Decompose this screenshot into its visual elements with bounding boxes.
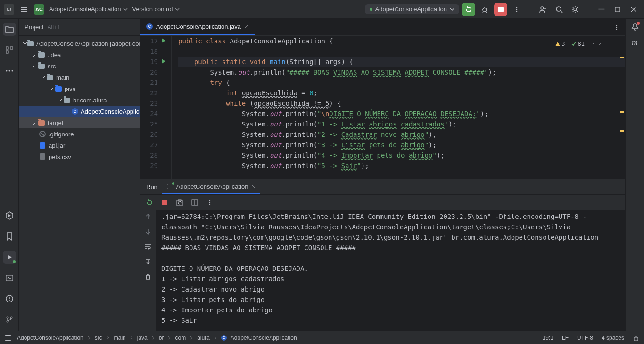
window-close-button[interactable] (627, 3, 640, 16)
breadcrumb-item[interactable]: AdopetConsoleApplication (17, 335, 83, 341)
inspection-widget[interactable]: 3 81 (553, 38, 604, 50)
line-number[interactable]: 25 (140, 119, 166, 129)
tree-file-jar[interactable]: api.jar (19, 140, 140, 151)
editor-tab-label: AdopetConsoleApplication.java (156, 23, 241, 30)
module-folder-icon (27, 41, 34, 46)
more-run-button[interactable] (206, 198, 214, 207)
code-with-me-button[interactable] (537, 3, 550, 16)
line-number[interactable]: 23 (140, 98, 166, 109)
line-number[interactable]: 22 (140, 88, 166, 98)
error-stripe[interactable] (619, 36, 625, 179)
breadcrumb-item[interactable]: src (95, 335, 102, 341)
stop-icon (498, 7, 504, 12)
snapshot-button[interactable] (175, 198, 184, 207)
editor-more-button[interactable] (612, 23, 621, 32)
close-tab-icon[interactable] (244, 24, 249, 29)
tree-folder-main[interactable]: main (19, 72, 140, 83)
svg-point-19 (7, 320, 8, 322)
maven-tool-button[interactable]: m (632, 38, 638, 48)
window-maximize-button[interactable] (611, 3, 624, 16)
rerun-button[interactable] (145, 198, 154, 207)
line-number[interactable]: 17 (140, 36, 166, 46)
file-encoding[interactable]: UTF-8 (577, 335, 593, 341)
clear-button[interactable] (144, 273, 152, 281)
line-ending[interactable]: LF (562, 335, 569, 341)
layout-icon (191, 199, 198, 206)
line-number[interactable]: 18 (140, 46, 166, 57)
tree-file-csv[interactable]: pets.csv (19, 151, 140, 162)
search-everywhere-button[interactable] (553, 3, 566, 16)
svg-point-5 (541, 7, 544, 9)
tree-folder-src[interactable]: src (19, 60, 140, 72)
breadcrumb-item[interactable]: br (159, 335, 164, 341)
line-number[interactable]: 20 (140, 67, 166, 77)
tree-class-selected[interactable]: C AdopetConsoleApplication (19, 106, 140, 117)
cursor-position[interactable]: 19:1 (543, 335, 553, 341)
scroll-to-end-button[interactable] (144, 258, 152, 266)
window-minimize-button[interactable]: ─ (595, 3, 608, 16)
run-status-dot-icon (370, 8, 372, 11)
tree-package[interactable]: br.com.alura (19, 94, 140, 106)
vcs-tool-button[interactable] (3, 313, 16, 326)
line-number[interactable]: 26 (140, 129, 166, 140)
breadcrumb-item[interactable]: java (137, 335, 148, 341)
line-number[interactable]: 19 (140, 57, 166, 67)
project-tool-button[interactable] (3, 23, 16, 36)
breadcrumb-item[interactable]: AdopetConsoleApplication (231, 335, 297, 341)
services-tool-button[interactable] (3, 209, 16, 222)
stop-button[interactable] (494, 3, 507, 16)
tree-folder-java[interactable]: java (19, 83, 140, 94)
debug-button[interactable] (478, 3, 491, 16)
run-output[interactable]: .jar=62784:C:\Program Files\JetBrains\In… (156, 210, 625, 331)
line-number[interactable]: 27 (140, 140, 166, 150)
indent-setting[interactable]: 4 spaces (602, 335, 624, 341)
soft-wrap-button[interactable] (144, 243, 152, 251)
chevron-down-icon[interactable] (597, 42, 602, 46)
tree-folder-idea[interactable]: .idea (19, 49, 140, 60)
tree-folder-target[interactable]: target (19, 117, 140, 128)
svg-rect-9 (6, 47, 8, 49)
notifications-button[interactable] (631, 23, 639, 31)
more-tools-button[interactable] (3, 64, 16, 77)
scroll-up-button[interactable] (144, 212, 152, 221)
run-button[interactable] (462, 3, 475, 16)
more-vertical-icon (207, 200, 213, 205)
line-number[interactable]: 29 (140, 160, 166, 171)
layout-button[interactable] (190, 198, 199, 207)
line-number[interactable]: 21 (140, 77, 166, 88)
project-name-dropdown[interactable]: AdopetConsoleApplication (49, 6, 128, 13)
tree-label: api.jar (49, 142, 65, 149)
more-actions-button[interactable] (510, 3, 523, 16)
editor-gutter[interactable]: 17 18 19 20 21 22 23 24 25 26 27 28 29 (140, 36, 172, 179)
problems-tool-button[interactable] (3, 292, 16, 305)
run-configuration-selector[interactable]: AdopetConsoleApplication (365, 4, 460, 14)
run-tab-label[interactable]: Run (146, 184, 157, 191)
svg-rect-10 (10, 47, 13, 49)
run-tool-button[interactable] (3, 251, 16, 264)
breadcrumb-item[interactable]: main (114, 335, 126, 341)
tree-root[interactable]: AdopetConsoleApplication [adopet-console… (19, 38, 140, 49)
terminal-tool-button[interactable] (3, 271, 16, 285)
settings-button[interactable] (569, 3, 582, 16)
editor-tab[interactable]: C AdopetConsoleApplication.java (140, 18, 255, 35)
more-vertical-icon (513, 6, 520, 13)
structure-tool-button[interactable] (3, 43, 16, 57)
tree-file-gitignore[interactable]: .gitignore (19, 128, 140, 140)
project-tree[interactable]: AdopetConsoleApplication [adopet-console… (19, 36, 140, 331)
line-number[interactable]: 24 (140, 109, 166, 119)
main-menu-button[interactable] (19, 4, 29, 15)
vcs-dropdown[interactable]: Version control (132, 6, 180, 13)
scroll-down-button[interactable] (144, 227, 152, 236)
stop-run-button[interactable] (160, 198, 169, 207)
line-number[interactable]: 28 (140, 150, 166, 160)
close-icon[interactable] (251, 184, 256, 189)
editor-body[interactable]: 17 18 19 20 21 22 23 24 25 26 27 28 29 3… (140, 36, 625, 179)
breadcrumb-item[interactable]: alura (197, 335, 210, 341)
breadcrumb-item[interactable]: com (175, 335, 186, 341)
editor-code[interactable]: 3 81 public class AdopetConsoleApplicati… (172, 36, 625, 179)
chevron-up-icon[interactable] (590, 42, 595, 46)
readonly-toggle-icon[interactable] (633, 335, 639, 341)
bookmarks-tool-button[interactable] (3, 230, 16, 243)
terminal-icon (6, 275, 13, 281)
run-config-tab[interactable]: AdopetConsoleApplication (162, 179, 261, 194)
